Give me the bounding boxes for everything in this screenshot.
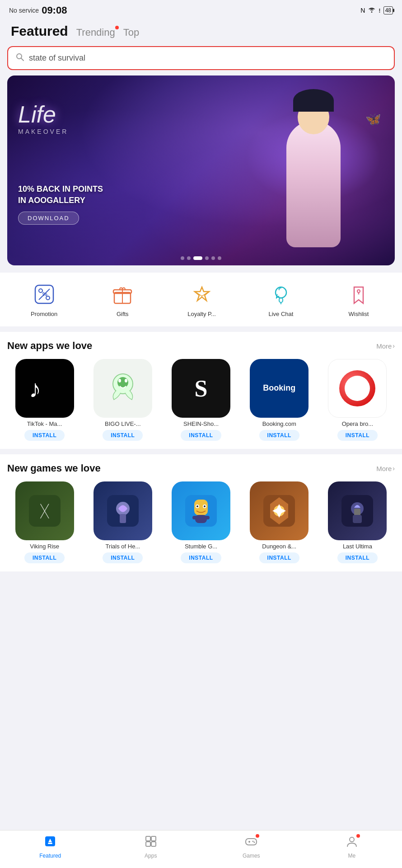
booking-icon: Booking	[250, 359, 309, 418]
banner-dots	[181, 256, 221, 260]
tiktok-icon: ♪	[15, 359, 74, 418]
opera-icon	[328, 359, 387, 418]
banner-title-sub: MAKEOVER	[18, 128, 68, 135]
svg-point-16	[117, 377, 128, 388]
tab-trending[interactable]: Trending	[76, 27, 115, 38]
game-item-trials: Trials of He... INSTALL	[85, 481, 160, 563]
butterfly-decoration: 🦋	[365, 112, 381, 127]
svg-point-3	[39, 289, 42, 292]
shein-name: SHEIN-Sho...	[183, 420, 219, 427]
svg-rect-37	[354, 509, 360, 516]
ultima-icon	[328, 481, 387, 540]
ultima-name: Last Ultima	[343, 543, 372, 550]
viking-icon: ᚷ	[15, 481, 74, 540]
svg-rect-38	[353, 515, 362, 523]
wishlist-label: Wishlist	[349, 311, 369, 317]
nav-featured-label: Featured	[39, 853, 61, 859]
dot-6	[218, 256, 221, 260]
dungeon-install-btn[interactable]: INSTALL	[259, 552, 299, 563]
me-notification-dot	[356, 834, 360, 838]
svg-point-29	[204, 505, 206, 507]
dot-2	[187, 256, 191, 260]
bigo-install-btn[interactable]: INSTALL	[103, 430, 143, 441]
game-item-stumble: Stumble G... INSTALL	[164, 481, 238, 563]
opera-name: Opera bro...	[342, 420, 373, 427]
search-bar[interactable]: state of survival	[7, 46, 395, 70]
quick-actions: % Promotion Gifts	[0, 273, 402, 326]
loyalty-icon	[189, 282, 215, 307]
viking-install-btn[interactable]: INSTALL	[24, 552, 65, 563]
svg-text:ᚷ: ᚷ	[40, 502, 50, 520]
banner[interactable]: 🦋 Life MAKEOVER 10% BACK IN POINTS IN AO…	[7, 75, 395, 265]
nav-apps-label: Apps	[145, 853, 157, 859]
svg-text:♪: ♪	[29, 375, 42, 403]
stumble-name: Stumble G...	[185, 543, 217, 550]
tab-featured[interactable]: Featured	[11, 24, 68, 39]
status-bar: No service 09:08 N ! 48	[0, 0, 402, 19]
banner-promo-text: 10% BACK IN POINTS IN AOOGALLERY	[18, 184, 103, 206]
app-item-bigo: BIGO LIVE-... INSTALL	[85, 359, 160, 441]
app-item-shein: S SHEIN-Sho... INSTALL	[164, 359, 238, 441]
svg-point-49	[254, 842, 255, 843]
svg-point-17	[118, 379, 121, 382]
stumble-install-btn[interactable]: INSTALL	[181, 552, 221, 563]
new-apps-section: New apps we love More › ♪ TikTok - Ma...…	[0, 332, 402, 449]
nav-me-icon	[346, 835, 358, 851]
banner-download-btn[interactable]: DOWNLOAD	[18, 212, 79, 225]
tiktok-install-btn[interactable]: INSTALL	[24, 430, 65, 441]
loyalty-label: Loyalty P...	[187, 311, 216, 317]
search-container: state of survival	[0, 42, 402, 75]
action-loyalty[interactable]: Loyalty P...	[187, 282, 216, 317]
bigo-icon	[93, 359, 152, 418]
nav-games-label: Games	[243, 853, 260, 859]
svg-text:%: %	[42, 291, 47, 297]
svg-rect-42	[151, 836, 156, 841]
new-apps-row: ♪ TikTok - Ma... INSTALL	[7, 359, 395, 441]
nav-apps-icon	[145, 835, 157, 851]
trials-install-btn[interactable]: INSTALL	[103, 552, 143, 563]
gifts-label: Gifts	[117, 311, 129, 317]
new-apps-title: New apps we love	[7, 340, 92, 352]
dot-4	[205, 256, 209, 260]
nav-apps[interactable]: Apps	[133, 835, 169, 859]
nav-featured-icon	[44, 835, 56, 851]
alert-icon: !	[379, 7, 380, 14]
nav-featured[interactable]: Featured	[32, 835, 68, 859]
bigo-name: BIGO LIVE-...	[105, 420, 140, 427]
new-apps-more-btn[interactable]: More ›	[376, 342, 395, 350]
banner-title-main: Life	[18, 103, 68, 126]
stumble-icon	[172, 481, 230, 540]
ultima-install-btn[interactable]: INSTALL	[337, 552, 378, 563]
nfc-icon: N	[360, 7, 365, 14]
bottom-nav: Featured Apps Games	[0, 830, 402, 868]
dot-3-active	[193, 256, 202, 260]
nav-games[interactable]: Games	[233, 835, 269, 859]
svg-point-48	[252, 841, 254, 842]
booking-install-btn[interactable]: INSTALL	[259, 430, 299, 441]
svg-rect-44	[151, 842, 156, 846]
dungeon-icon	[250, 481, 309, 540]
nav-me[interactable]: Me	[334, 835, 370, 859]
gifts-icon	[110, 282, 135, 307]
new-games-more-btn[interactable]: More ›	[376, 465, 395, 472]
svg-point-18	[125, 379, 127, 382]
new-games-section: New games we love More › ᚷ Viking Rise I…	[0, 454, 402, 571]
livechat-label: Live Chat	[268, 311, 293, 317]
action-livechat[interactable]: Live Chat	[268, 282, 294, 317]
dot-1	[181, 256, 184, 260]
search-input-text: state of survival	[29, 53, 85, 63]
games-notification-dot	[256, 834, 259, 838]
svg-rect-23	[120, 514, 126, 523]
action-wishlist[interactable]: Wishlist	[346, 282, 371, 317]
game-item-viking: ᚷ Viking Rise INSTALL	[7, 481, 82, 563]
shein-install-btn[interactable]: INSTALL	[181, 430, 221, 441]
tab-top[interactable]: Top	[123, 27, 139, 38]
game-item-dungeon: Dungeon &... INSTALL	[242, 481, 317, 563]
status-icons: N ! 48	[360, 6, 393, 14]
action-promotion[interactable]: % Promotion	[31, 282, 57, 317]
svg-point-50	[350, 837, 354, 842]
search-icon	[15, 52, 24, 64]
action-gifts[interactable]: Gifts	[110, 282, 135, 317]
banner-title: Life MAKEOVER	[18, 103, 68, 135]
opera-install-btn[interactable]: INSTALL	[337, 430, 378, 441]
